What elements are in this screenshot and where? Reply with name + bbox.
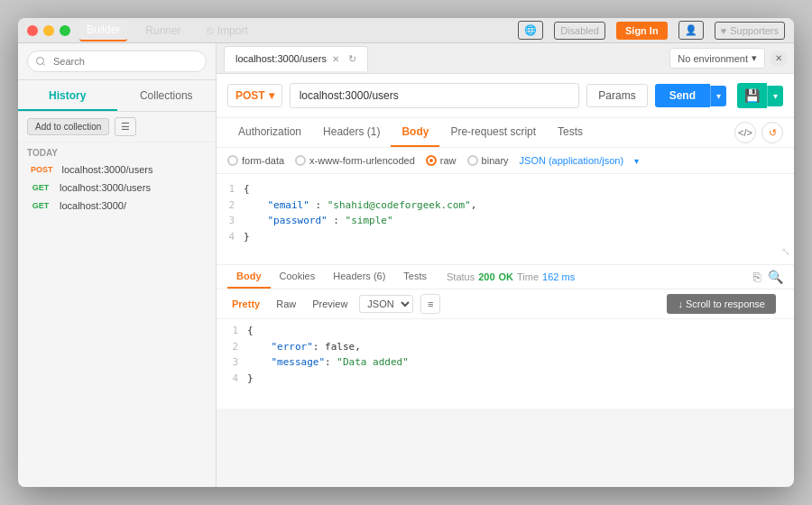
response-time: 162 ms — [542, 271, 575, 282]
runner-label: Runner — [145, 24, 180, 37]
request-tab[interactable]: localhost:3000/users ✕ ↻ — [224, 46, 368, 71]
request-body-editor[interactable]: 1 { 2 "email" : "shahid@codeforgeek.com"… — [217, 174, 794, 264]
urlencoded-option[interactable]: x-www-form-urlencoded — [295, 155, 415, 166]
environment-selector[interactable]: No environment ▾ — [669, 48, 765, 69]
response-section: Body Cookies Headers (6) Tests Status 20… — [217, 264, 794, 409]
save-dropdown-button[interactable]: ▾ — [767, 86, 783, 106]
sidebar: History Collections Add to collection ☰ … — [18, 43, 217, 487]
url-bar: POST ▾ Params Send ▾ 💾 ▾ — [227, 83, 783, 108]
response-format-bar: Pretty Raw Preview JSON ≡ ↓ Scroll to re… — [217, 289, 794, 319]
urlencoded-radio[interactable] — [295, 155, 306, 166]
tab-body[interactable]: Body — [391, 118, 439, 147]
resp-line-4: 4 } — [220, 371, 790, 387]
sidebar-tabs: History Collections — [18, 80, 216, 112]
tab-reload-icon[interactable]: ↻ — [348, 53, 356, 65]
search-response-button[interactable]: 🔍 — [768, 270, 783, 284]
tab-pre-request[interactable]: Pre-request script — [439, 118, 547, 147]
sidebar-menu-button[interactable]: ☰ — [115, 117, 136, 136]
status-code: 200 — [478, 271, 494, 282]
sidebar-actions: Add to collection ☰ — [18, 112, 216, 142]
resp-line-2: 2 "error": false, — [220, 339, 790, 355]
app-body: History Collections Add to collection ☰ … — [18, 43, 794, 487]
send-button[interactable]: Send — [655, 84, 710, 107]
history-url-2: localhost:3000/ — [60, 200, 126, 211]
history-item-get-0[interactable]: GET localhost:3000/users — [18, 179, 216, 197]
response-actions: ⎘ 🔍 — [753, 270, 783, 284]
sign-in-button[interactable]: Sign In — [616, 22, 668, 40]
save-button[interactable]: 💾 — [737, 83, 767, 108]
json-type-select[interactable]: JSON (application/json) — [520, 155, 624, 166]
disabled-label: Disabled — [560, 25, 599, 36]
request-tabs: Authorization Headers (1) Body Pre-reque… — [217, 118, 794, 148]
binary-option[interactable]: binary — [467, 155, 509, 166]
history-item-post[interactable]: POST localhost:3000/users — [18, 161, 216, 179]
url-bar-container: POST ▾ Params Send ▾ 💾 ▾ — [217, 74, 794, 118]
copy-response-button[interactable]: ⎘ — [753, 270, 761, 284]
format-preview[interactable]: Preview — [308, 297, 352, 311]
response-tabs-bar: Body Cookies Headers (6) Tests Status 20… — [217, 265, 794, 289]
method-badge-get-0: GET — [27, 182, 54, 193]
history-url-1: localhost:3000/users — [60, 182, 151, 193]
import-btn[interactable]: ⎋ Import — [199, 20, 255, 41]
heart-icon: ♥ — [721, 25, 727, 36]
req-line-4: 4 } — [217, 229, 794, 245]
history-item-get-1[interactable]: GET localhost:3000/ — [18, 197, 216, 215]
resp-tab-tests[interactable]: Tests — [394, 265, 436, 289]
resp-line-1: 1 { — [220, 323, 790, 339]
resp-tab-headers[interactable]: Headers (6) — [324, 265, 394, 289]
titlebar: Builder Runner ⎋ Import 🌐 Disabled Sign … — [18, 18, 794, 43]
format-pretty[interactable]: Pretty — [227, 297, 264, 311]
tab-headers[interactable]: Headers (1) — [312, 118, 391, 147]
env-dropdown-icon: ▾ — [752, 52, 757, 64]
minimize-button[interactable] — [43, 25, 54, 36]
runner-tab[interactable]: Runner — [138, 21, 188, 41]
env-clear-button[interactable]: ✕ — [770, 50, 787, 67]
send-dropdown-button[interactable]: ▾ — [710, 86, 726, 106]
params-button[interactable]: Params — [586, 84, 647, 107]
method-label: POST — [235, 89, 265, 102]
method-select[interactable]: POST ▾ — [227, 84, 282, 107]
disabled-btn[interactable]: Disabled — [554, 22, 605, 40]
scroll-to-response-button[interactable]: ↓ Scroll to response — [667, 294, 776, 314]
no-env-label: No environment — [678, 53, 748, 64]
wrap-lines-button[interactable]: ≡ — [420, 294, 440, 314]
resize-handle[interactable]: ⤡ — [781, 243, 790, 261]
user-icon: 👤 — [685, 24, 697, 36]
url-input[interactable] — [290, 83, 580, 108]
req-line-2: 2 "email" : "shahid@codeforgeek.com", — [217, 197, 794, 214]
method-dropdown-icon: ▾ — [269, 89, 274, 102]
form-data-radio[interactable] — [227, 155, 238, 166]
send-group: Send ▾ — [655, 84, 726, 107]
editor-icons: </> ↺ — [734, 122, 783, 143]
binary-radio[interactable] — [467, 155, 478, 166]
globe-icon: 🌐 — [524, 24, 537, 36]
req-line-3: 3 "password" : "simple" — [217, 213, 794, 229]
tab-authorization[interactable]: Authorization — [227, 118, 312, 147]
raw-radio[interactable] — [426, 155, 437, 166]
tab-close-icon[interactable]: ✕ — [332, 54, 339, 64]
history-tab[interactable]: History — [18, 80, 117, 111]
maximize-button[interactable] — [60, 25, 70, 36]
response-body-content: 1 { 2 "error": false, 3 "message": "Data… — [217, 323, 794, 386]
resp-tab-body[interactable]: Body — [227, 265, 271, 289]
traffic-lights — [27, 25, 70, 36]
user-icon-btn[interactable]: 👤 — [678, 21, 704, 40]
tab-tests[interactable]: Tests — [547, 118, 594, 147]
search-bar — [18, 43, 216, 80]
form-data-option[interactable]: form-data — [227, 155, 284, 166]
reset-icon[interactable]: ↺ — [761, 122, 783, 143]
today-label: Today — [18, 142, 216, 161]
search-input[interactable] — [27, 50, 207, 72]
format-raw[interactable]: Raw — [272, 297, 300, 311]
resp-tab-cookies[interactable]: Cookies — [271, 265, 325, 289]
builder-tab[interactable]: Builder — [79, 20, 127, 41]
code-view-icon[interactable]: </> — [734, 122, 756, 143]
globe-icon-btn[interactable]: 🌐 — [518, 21, 543, 40]
collections-tab[interactable]: Collections — [117, 80, 217, 111]
format-type-select[interactable]: JSON — [359, 295, 413, 313]
raw-option[interactable]: raw — [426, 155, 457, 166]
close-button[interactable] — [27, 25, 38, 36]
json-type-dropdown[interactable]: ▾ — [634, 156, 639, 166]
heart-icon-btn[interactable]: ♥ Supporters — [715, 22, 785, 40]
add-to-collection-button[interactable]: Add to collection — [27, 118, 109, 135]
